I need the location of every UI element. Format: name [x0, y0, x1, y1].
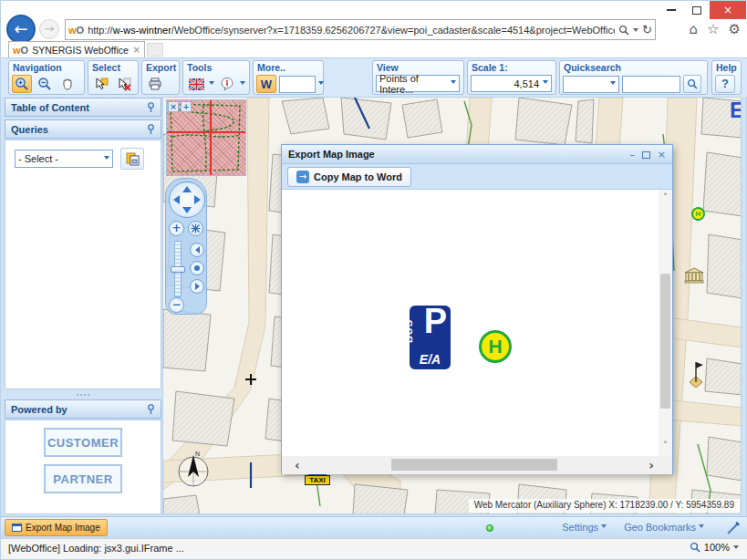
flag-marker[interactable]	[688, 360, 704, 388]
dialog-titlebar[interactable]: Export Map Image – ×	[282, 145, 672, 164]
back-button[interactable]: ←	[6, 15, 36, 44]
vertical-scroll-thumb[interactable]	[660, 274, 670, 409]
browser-tab[interactable]: wO SYNERGIS WebOffice Web... ×	[8, 41, 145, 57]
coordinate-readout: Web Mercator (Auxiliary Sphere) X: 17182…	[469, 499, 740, 513]
navigation-group-label: Navigation	[13, 62, 62, 73]
initial-extent-button[interactable]	[190, 261, 204, 275]
geo-bookmarks-menu[interactable]: Geo Bookmarks	[624, 522, 704, 533]
overview-map[interactable]: × +	[166, 99, 246, 176]
zoom-out-map-button[interactable]: −	[169, 297, 184, 313]
settings-gear-icon[interactable]: ⚙	[729, 21, 741, 37]
partner-logo-link[interactable]: PARTNER	[44, 464, 122, 493]
quicksearch-group-label: Quicksearch	[564, 62, 621, 73]
zoom-out-button[interactable]	[35, 75, 55, 93]
quicksearch-input[interactable]	[622, 76, 680, 93]
full-extent-button[interactable]	[188, 221, 203, 236]
museum-marker[interactable]	[684, 267, 704, 284]
query-select[interactable]: - Select -	[15, 150, 113, 168]
search-icon[interactable]	[618, 25, 629, 36]
next-extent-button[interactable]	[190, 279, 204, 294]
tab-title: SYNERGIS WebOffice Web...	[32, 45, 130, 56]
pan-right-icon[interactable]	[194, 195, 201, 204]
word-export-button[interactable]: W	[256, 75, 276, 93]
refresh-icon[interactable]: ↻	[642, 23, 652, 36]
export-map-image-dialog: Export Map Image – × → Copy Map to Word …	[281, 144, 673, 474]
print-button[interactable]	[145, 75, 165, 93]
pin-icon[interactable]	[147, 102, 155, 113]
tab-favicon: wO	[13, 45, 28, 56]
search-dropdown-icon[interactable]	[633, 28, 638, 35]
scale-select[interactable]: 4,514	[471, 75, 552, 92]
help-button[interactable]: ?	[715, 75, 735, 93]
pan-down-icon[interactable]	[182, 207, 192, 213]
favorites-icon[interactable]: ☆	[707, 21, 719, 37]
horizontal-scroll-thumb[interactable]	[391, 459, 557, 471]
toc-panel-header[interactable]: Table of Content	[5, 98, 161, 117]
language-dropdown-icon[interactable]	[209, 81, 214, 88]
toc-panel-title: Table of Content	[11, 102, 147, 113]
scroll-left-icon[interactable]: ‹	[295, 458, 300, 472]
clear-selection-button[interactable]	[114, 75, 134, 93]
customer-logo-link[interactable]: CUSTOMER	[44, 428, 122, 457]
language-button[interactable]	[186, 75, 206, 93]
select-button[interactable]	[91, 75, 111, 93]
powered-by-panel-header[interactable]: Powered by	[5, 399, 161, 419]
quicksearch-button[interactable]	[683, 75, 701, 93]
bus-parking-sign: BUS P E/A	[410, 306, 451, 369]
geo-bookmarks-label: Geo Bookmarks	[624, 522, 696, 533]
view-select[interactable]: Points of Intere...	[376, 75, 460, 92]
toolbar-group-tools: Tools	[182, 60, 250, 95]
settings-menu[interactable]: Settings	[562, 522, 607, 533]
pan-button[interactable]	[57, 75, 78, 93]
overview-crosshair-v	[210, 100, 212, 175]
info-tool-button[interactable]	[217, 75, 237, 93]
tab-close-icon[interactable]: ×	[133, 45, 140, 55]
scroll-down-icon[interactable]: ˅	[659, 440, 672, 454]
taxi-stand-marker[interactable]: TAXI	[305, 472, 330, 485]
taxi-label: TAXI	[305, 475, 330, 485]
query-action-button[interactable]	[120, 148, 144, 170]
pin-icon[interactable]	[147, 124, 155, 135]
browser-zoom-control[interactable]: 100%	[690, 542, 739, 553]
forward-button[interactable]: →	[39, 19, 59, 39]
dialog-minimize-icon[interactable]: –	[629, 150, 635, 160]
more-dropdown-icon[interactable]	[318, 81, 324, 88]
zoom-magnifier-icon	[690, 542, 700, 553]
queries-panel-title: Queries	[11, 124, 147, 135]
zoom-in-map-button[interactable]: +	[169, 221, 184, 236]
browser-status-bar: [WebOffice] Loading: jsx3.gui.IFrame ...…	[1, 538, 747, 559]
previous-extent-icon	[195, 246, 200, 254]
dialog-restore-icon[interactable]	[642, 151, 650, 159]
more-dropdown[interactable]	[279, 76, 316, 93]
taskbar-item-export-map-image[interactable]: Export Map Image	[5, 519, 108, 536]
pan-left-icon[interactable]	[173, 195, 180, 204]
pan-up-icon[interactable]	[182, 186, 192, 192]
pin-icon[interactable]	[147, 404, 155, 415]
previous-extent-button[interactable]	[190, 243, 204, 257]
browser-chrome: × ← → wO http://w-ws-wintner/WebOffice/s…	[1, 1, 747, 57]
toolbar-group-help: Help ?	[711, 60, 742, 95]
queries-panel-header[interactable]: Queries	[5, 119, 161, 139]
new-tab-button[interactable]	[147, 43, 163, 57]
sidebar-splitter[interactable]	[5, 391, 161, 399]
scroll-right-icon[interactable]: ›	[648, 458, 654, 472]
zoom-dropdown-icon	[733, 545, 739, 552]
home-icon[interactable]: ⌂	[690, 21, 699, 37]
quicksearch-magnifier-icon	[687, 78, 698, 89]
pan-dpad[interactable]	[169, 181, 205, 218]
zoom-slider-thumb[interactable]	[171, 266, 185, 273]
address-bar[interactable]: wO http://w-ws-wintner/WebOffice/synserv…	[65, 19, 656, 40]
info-dropdown-icon[interactable]	[240, 81, 245, 88]
quicksearch-category-select[interactable]	[563, 76, 619, 93]
dialog-toolbar: → Copy Map to Word	[282, 164, 672, 190]
overview-move-icon[interactable]: +	[181, 101, 192, 112]
copy-map-to-word-button[interactable]: → Copy Map to Word	[287, 167, 411, 187]
scroll-up-icon[interactable]: ˄	[659, 192, 672, 206]
measure-pen-icon[interactable]	[726, 521, 741, 535]
dialog-close-icon[interactable]: ×	[658, 150, 666, 160]
overview-close-icon[interactable]: ×	[168, 101, 179, 112]
settings-dropdown-icon	[601, 524, 607, 531]
initial-extent-icon	[194, 265, 200, 271]
bus-stop-marker[interactable]: H	[691, 207, 705, 221]
zoom-in-button[interactable]	[12, 75, 32, 93]
